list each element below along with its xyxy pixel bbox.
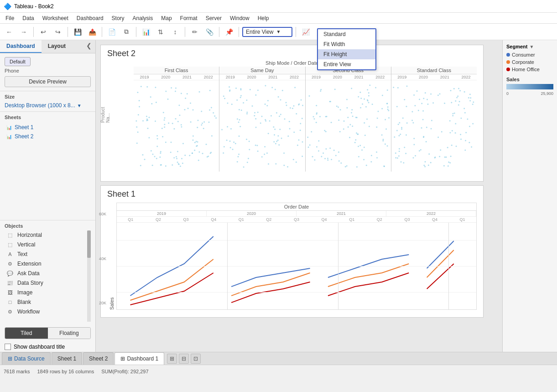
save-btn[interactable]: 💾 (71, 26, 84, 38)
undo-btn[interactable]: ↩ (37, 26, 50, 38)
phone-label: Phone (5, 68, 91, 73)
dropdown-fit-width[interactable]: Fit Width (318, 39, 375, 49)
viz-standardclass: Standard Class 2019202020212022 (391, 67, 477, 172)
svg-point-354 (318, 150, 319, 152)
menu-analysis[interactable]: Analysis (129, 14, 157, 22)
menu-data[interactable]: Data (19, 14, 37, 22)
svg-point-35 (209, 90, 211, 91)
device-preview-btn[interactable]: Device Preview (5, 76, 91, 87)
show-title-checkbox[interactable] (5, 344, 11, 350)
svg-point-91 (214, 115, 215, 117)
obj-askdata[interactable]: 💬 Ask Data (5, 269, 91, 278)
obj-text[interactable]: A Text (5, 250, 91, 259)
svg-point-258 (347, 126, 349, 128)
viz-sameday-years: 2019202020212022 (219, 74, 305, 80)
svg-point-21 (201, 110, 202, 112)
svg-point-6 (182, 162, 183, 164)
obj-vertical[interactable]: ⬚ Vertical (5, 240, 91, 249)
dropdown-entire-view[interactable]: Entire View (318, 59, 375, 69)
objects-scroll[interactable]: ⬚ Horizontal ⬚ Vertical A Text ⚙ Extensi… (5, 230, 91, 322)
dropdown-fit-height[interactable]: Fit Height (318, 49, 375, 59)
svg-point-73 (177, 121, 179, 122)
svg-point-473 (415, 155, 416, 157)
obj-datastory[interactable]: 📰 Data Story (5, 278, 91, 287)
obj-text-label: Text (17, 251, 27, 257)
back-btn[interactable]: ← (3, 26, 16, 38)
menu-server[interactable]: Server (202, 14, 225, 22)
status-bar: 7618 marks 1849 rows by 16 columns SUM(P… (0, 365, 557, 377)
obj-image[interactable]: 🖼 Image (5, 288, 91, 297)
svg-point-420 (465, 132, 467, 133)
scroll-thumb[interactable] (87, 230, 91, 258)
svg-point-348 (346, 107, 348, 109)
forward-btn[interactable]: → (17, 26, 30, 38)
tab-sheet2[interactable]: Sheet 2 (83, 352, 114, 365)
menu-help[interactable]: Help (254, 14, 273, 22)
add-dashboard-btn[interactable]: ⊟ (179, 354, 189, 364)
svg-point-133 (284, 118, 286, 120)
tab-dashboard1[interactable]: ⊞ Dashboard 1 (115, 352, 164, 365)
filter-icon[interactable]: ▼ (529, 44, 534, 49)
panel-close-btn[interactable]: ❮ (83, 40, 95, 53)
dropdown-standard[interactable]: Standard (318, 29, 375, 39)
svg-point-302 (325, 116, 326, 117)
svg-point-93 (192, 152, 193, 154)
viz-sameday-dots (219, 80, 305, 172)
publish-btn[interactable]: 📤 (86, 26, 99, 38)
floating-btn[interactable]: Floating (48, 328, 91, 339)
tiled-btn[interactable]: Tiled (5, 328, 48, 339)
svg-point-198 (257, 112, 259, 113)
svg-point-200 (280, 99, 281, 100)
fit-dropdown[interactable]: Entire View ▼ (242, 27, 292, 37)
svg-point-463 (448, 165, 449, 167)
highlight-btn[interactable]: ✏ (188, 26, 201, 38)
canvas-area[interactable]: Sheet 2 Ship Mode / Order Date First Cla… (96, 40, 502, 352)
sheet-item-2[interactable]: 📊 Sheet 2 (5, 132, 91, 141)
duplicate-btn[interactable]: ⧉ (120, 26, 133, 38)
default-btn[interactable]: Default (5, 57, 31, 66)
obj-extension[interactable]: ⚙ Extension (5, 259, 91, 268)
chart-bar-btn[interactable]: 📈 (299, 26, 312, 38)
obj-workflow[interactable]: ⚙ Workflow (5, 307, 91, 316)
menu-dashboard[interactable]: Dashboard (73, 14, 107, 22)
annotate-btn[interactable]: 📌 (223, 26, 235, 38)
svg-point-347 (351, 109, 353, 110)
tab-datasource[interactable]: ⊞ Data Source (2, 352, 51, 365)
svg-point-66 (164, 126, 165, 128)
main-layout: Dashboard Layout ❮ Default Phone Device … (0, 40, 557, 352)
add-story-btn[interactable]: ⊡ (191, 354, 201, 364)
menu-window[interactable]: Window (226, 14, 253, 22)
viz-sameday: Same Day 2019202020212022 (219, 67, 305, 172)
svg-point-59 (141, 86, 142, 87)
add-sheet-btn[interactable]: ⊞ (167, 354, 177, 364)
size-select[interactable]: Desktop Browser (1000 x 8... ▼ (5, 102, 91, 109)
sort-btn[interactable]: ↕ (169, 26, 182, 38)
svg-point-22 (170, 141, 172, 143)
tab-dashboard[interactable]: Dashboard (0, 40, 42, 53)
new-sheet-btn[interactable]: 📄 (105, 26, 118, 38)
obj-horizontal[interactable]: ⬚ Horizontal (5, 230, 91, 240)
chart-type-btn[interactable]: 📊 (140, 26, 152, 38)
menu-map[interactable]: Map (157, 14, 175, 22)
svg-point-184 (243, 102, 244, 104)
menu-story[interactable]: Story (108, 14, 128, 22)
svg-point-381 (449, 120, 450, 121)
tooltip-btn[interactable]: 📎 (203, 26, 216, 38)
menu-file[interactable]: File (2, 14, 18, 22)
svg-point-405 (472, 123, 474, 125)
svg-point-4 (160, 151, 161, 152)
obj-blank[interactable]: □ Blank (5, 298, 91, 307)
sep5 (185, 27, 185, 37)
rows-cols: 1849 rows by 16 columns (37, 369, 94, 374)
redo-btn[interactable]: ↪ (52, 26, 64, 38)
svg-point-279 (347, 117, 349, 118)
menu-format[interactable]: Format (177, 14, 201, 22)
sheet-item-1[interactable]: 📊 Sheet 1 (5, 123, 91, 132)
sheet2-icon: 📊 (6, 134, 12, 139)
tab-layout[interactable]: Layout (42, 40, 72, 53)
tab-sheet1[interactable]: Sheet 1 (52, 352, 82, 365)
swap-btn[interactable]: ⇅ (154, 26, 167, 38)
svg-point-388 (398, 151, 400, 152)
menu-worksheet[interactable]: Worksheet (39, 14, 72, 22)
svg-point-156 (276, 141, 277, 142)
